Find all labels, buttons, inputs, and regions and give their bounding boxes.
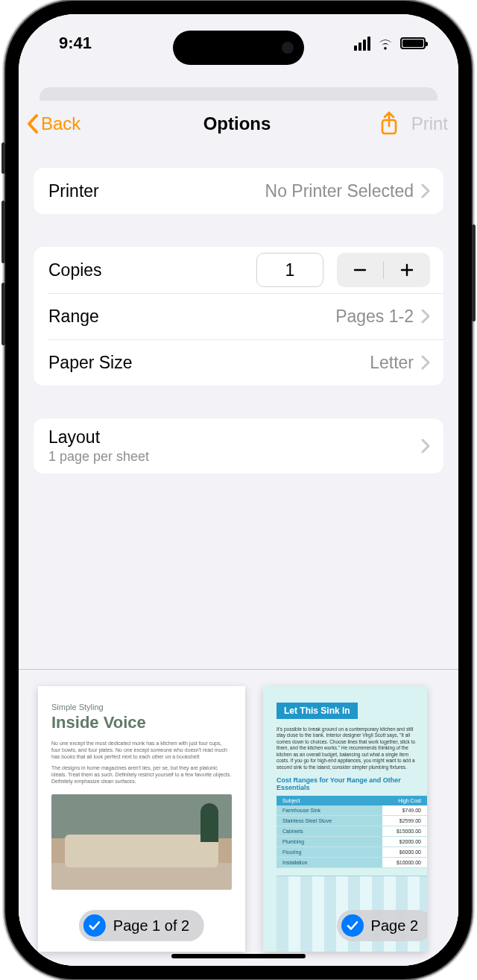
copies-field[interactable]: 1: [256, 253, 323, 287]
printer-label: Printer: [48, 181, 99, 201]
page-thumbnail-1[interactable]: Simple Styling Inside Voice No one excep…: [38, 686, 245, 952]
power-button: [472, 224, 476, 321]
layout-sub: 1 page per sheet: [48, 449, 149, 465]
layout-group: Layout 1 page per sheet: [34, 418, 443, 474]
page-2-badge-text: Page 2: [371, 917, 418, 935]
page-1-badge[interactable]: Page 1 of 2: [79, 910, 204, 941]
thumb2-intro: It's possible to break ground on a conte…: [277, 726, 427, 770]
page-title: Options: [145, 113, 329, 134]
share-button[interactable]: [379, 111, 399, 136]
check-icon: [341, 914, 364, 937]
dynamic-island: [173, 31, 304, 65]
status-time: 9:41: [59, 34, 92, 53]
card-stack-hint: [40, 87, 437, 102]
preview-area[interactable]: Simple Styling Inside Voice No one excep…: [19, 669, 458, 966]
chevron-right-icon: [421, 309, 430, 324]
layout-label: Layout: [48, 427, 149, 447]
copies-plus-button[interactable]: [384, 253, 430, 287]
settings-group: Copies 1: [34, 247, 443, 386]
thumb2-table-row: Plumbing$2000.00: [277, 837, 427, 847]
home-indicator[interactable]: [171, 954, 306, 958]
phone-frame: 9:41 Bac: [5, 1, 472, 979]
page-2-badge[interactable]: Page 2: [337, 910, 427, 941]
printer-value: No Printer Selected: [265, 181, 414, 201]
thumb1-title: Inside Voice: [51, 713, 232, 732]
content: Printer No Printer Selected Copies 1: [19, 147, 458, 474]
status-icons: [354, 37, 426, 51]
thumb2-table-row: Farmhouse Sink$749.00: [277, 805, 427, 816]
thumb1-para2: The designs in home magazines aren't lie…: [51, 764, 232, 785]
check-icon: [83, 914, 106, 937]
thumb2-table-row: Cabinets$15000.00: [277, 826, 427, 837]
chevron-right-icon: [421, 355, 430, 370]
range-row[interactable]: Range Pages 1-2: [34, 293, 443, 339]
thumb1-subtitle: Simple Styling: [51, 703, 232, 712]
page-thumbnail-2[interactable]: Let This Sink In It's possible to break …: [263, 686, 427, 952]
back-label: Back: [41, 113, 80, 134]
range-label: Range: [48, 307, 99, 327]
paper-size-value: Letter: [370, 353, 414, 373]
thumb2-table-row: Flooring$6000.00: [277, 847, 427, 858]
page-1-badge-text: Page 1 of 2: [113, 917, 189, 935]
screen: 9:41 Bac: [19, 14, 458, 966]
range-value: Pages 1-2: [335, 307, 414, 327]
copies-stepper: [337, 253, 430, 287]
thumb2-table-row: Installation$10000.00: [277, 858, 427, 868]
thumb1-image: [51, 794, 232, 890]
thumb2-th-subject: Subject: [277, 796, 382, 805]
wifi-icon: [376, 37, 394, 50]
thumb2-table-row: Stainless Steel Stove$2599.00: [277, 816, 427, 826]
thumb2-th-cost: High Cost: [382, 796, 427, 805]
copies-minus-button[interactable]: [337, 253, 383, 287]
printer-group: Printer No Printer Selected: [34, 168, 443, 214]
back-button[interactable]: Back: [26, 113, 145, 134]
print-options-sheet: Back Options Print: [19, 101, 458, 966]
battery-icon: [400, 37, 426, 49]
print-button[interactable]: Print: [411, 113, 448, 134]
copies-row: Copies 1: [34, 247, 443, 293]
paper-size-row[interactable]: Paper Size Letter: [34, 339, 443, 386]
chevron-right-icon: [421, 439, 430, 453]
volume-down-button: [1, 283, 5, 345]
chevron-back-icon: [26, 113, 40, 134]
thumb2-heading: Let This Sink In: [277, 703, 358, 719]
nav-bar: Back Options Print: [19, 101, 458, 147]
side-button: [1, 142, 5, 174]
cellular-icon: [354, 37, 370, 51]
paper-size-label: Paper Size: [48, 353, 133, 373]
chevron-right-icon: [421, 183, 430, 198]
copies-label: Copies: [48, 260, 102, 280]
thumb1-para1: No one except the most dedicated monk ha…: [51, 740, 232, 760]
layout-row[interactable]: Layout 1 page per sheet: [34, 418, 443, 474]
thumb2-table: Subject High Cost Farmhouse Sink$749.00S…: [277, 796, 427, 868]
printer-row[interactable]: Printer No Printer Selected: [34, 168, 443, 214]
volume-up-button: [1, 201, 5, 263]
thumb2-section-title: Cost Ranges for Your Range and Other Ess…: [277, 776, 427, 791]
